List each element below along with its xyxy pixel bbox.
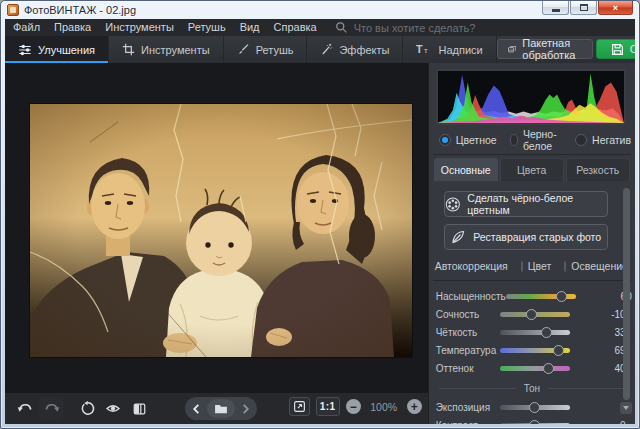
autocorrection-label: Автокоррекция	[435, 260, 508, 272]
menubar: Файл Правка Инструменты Ретушь Вид Справ…	[5, 19, 635, 36]
radio-icon	[510, 134, 518, 146]
fit-screen-icon	[293, 400, 306, 413]
sliders-icon	[18, 43, 32, 57]
tint-slider: Оттенок 40	[429, 359, 635, 377]
panel-tab-basic[interactable]: Основные	[434, 158, 498, 181]
undo-button[interactable]	[13, 398, 37, 420]
photos-stack-icon	[508, 43, 517, 56]
bottom-toolbar: 1:1 − 100% +	[5, 393, 428, 424]
color-checkbox-label: Цвет	[528, 260, 552, 272]
slider-label: Насыщенность	[436, 291, 506, 302]
next-photo-icon[interactable]	[241, 403, 250, 415]
magic-wand-icon	[320, 43, 333, 56]
right-panel: Цветное Черно-белое Негатив Основные Цве…	[428, 63, 635, 424]
undo-icon	[17, 402, 34, 416]
mode-negative-label: Негатив	[592, 134, 631, 146]
app-window: ФотоВИНТАЖ - 02.jpg × Файл Правка Инстру…	[0, 0, 640, 429]
window-title: ФотоВИНТАЖ - 02.jpg	[24, 4, 136, 16]
feather-icon	[450, 229, 466, 245]
slider-value: 0	[574, 402, 626, 413]
temperature-slider: Температура 69	[429, 341, 635, 359]
rotate-button[interactable]	[75, 398, 99, 420]
tab-retouch-label: Ретушь	[256, 44, 294, 56]
slider-thumb[interactable]	[529, 420, 540, 425]
exposure-slider: Экспозиция 0	[429, 398, 635, 416]
tab-improvements[interactable]: Улучшения	[5, 36, 109, 63]
zoom-level: 100%	[367, 401, 401, 413]
redo-button[interactable]	[39, 398, 63, 420]
slider-thumb[interactable]	[541, 327, 552, 338]
slider-thumb[interactable]	[556, 291, 567, 302]
menu-file[interactable]: Файл	[13, 19, 40, 36]
svg-text:T: T	[416, 43, 423, 55]
color-wheel-icon	[445, 196, 461, 213]
autocorrection-row: Автокоррекция Цвет Освещение	[435, 260, 635, 272]
before-after-button[interactable]	[127, 398, 151, 420]
actual-size-button[interactable]: 1:1	[316, 397, 340, 416]
maximize-button[interactable]	[570, 1, 597, 15]
panel-tab-colors[interactable]: Цвета	[500, 158, 564, 181]
slider-label: Контраст	[436, 420, 500, 425]
slider-label: Чёткость	[436, 327, 500, 338]
tab-effects-label: Эффекты	[339, 44, 389, 56]
preview-button[interactable]	[101, 398, 125, 420]
minimize-button[interactable]	[542, 1, 569, 15]
menu-tools[interactable]: Инструменты	[105, 19, 174, 36]
lighting-checkbox[interactable]	[564, 261, 566, 272]
slider-label: Сочность	[436, 309, 500, 320]
tab-tools[interactable]: Инструменты	[109, 36, 224, 63]
restoration-label: Реставрация старых фото	[473, 231, 601, 243]
rotate-icon	[80, 401, 95, 416]
scroll-down-button[interactable]	[620, 402, 632, 414]
search-field[interactable]: Что вы хотите сделать?	[335, 21, 476, 34]
panel-scrollbar[interactable]	[623, 188, 630, 400]
mode-negative[interactable]: Негатив	[575, 134, 631, 146]
panel-tab-sharpness[interactable]: Резкость	[566, 158, 630, 181]
save-button[interactable]: Сохранить	[596, 39, 635, 59]
redo-icon	[43, 402, 60, 416]
colorize-button[interactable]: Сделать чёрно-белое цветным	[444, 191, 608, 217]
photo-canvas-area[interactable]	[5, 63, 428, 393]
slider-thumb[interactable]	[529, 402, 540, 413]
color-checkbox[interactable]	[521, 261, 523, 272]
slider-track[interactable]	[500, 330, 570, 335]
brush-icon	[237, 43, 250, 56]
radio-icon	[575, 134, 587, 146]
colorize-label: Сделать чёрно-белое цветным	[467, 192, 606, 216]
fit-to-screen-button[interactable]	[289, 397, 310, 416]
restoration-button[interactable]: Реставрация старых фото	[444, 224, 608, 250]
slider-track[interactable]	[500, 366, 570, 371]
slider-label: Температура	[436, 345, 500, 356]
menu-edit[interactable]: Правка	[54, 19, 91, 36]
open-folder-button[interactable]	[207, 399, 235, 418]
photo	[30, 104, 412, 357]
titlebar[interactable]: ФотоВИНТАЖ - 02.jpg ×	[1, 1, 639, 19]
saturation-slider: Насыщенность 60	[429, 287, 635, 305]
menu-help[interactable]: Справка	[274, 19, 317, 36]
lighting-checkbox-label: Освещение	[571, 260, 628, 272]
mode-color-label: Цветное	[456, 134, 497, 146]
prev-photo-icon[interactable]	[192, 403, 201, 415]
vibrance-slider: Сочность -10	[429, 305, 635, 323]
mode-bw[interactable]: Черно-белое	[510, 128, 562, 152]
svg-text:т: т	[424, 46, 428, 55]
color-mode-row: Цветное Черно-белое Негатив	[439, 131, 631, 149]
tab-effects[interactable]: Эффекты	[307, 36, 403, 63]
search-icon	[335, 21, 348, 34]
slider-thumb[interactable]	[543, 363, 554, 374]
batch-processing-button[interactable]: Пакетная обработка	[497, 39, 593, 59]
zoom-out-button[interactable]: −	[346, 399, 361, 414]
main-tabbar: Улучшения Инструменты Ретушь	[5, 36, 635, 63]
save-label: Сохранить	[630, 43, 635, 55]
menu-view[interactable]: Вид	[240, 19, 260, 36]
slider-thumb[interactable]	[526, 309, 537, 320]
crop-icon	[122, 43, 135, 56]
zoom-in-button[interactable]: +	[407, 399, 422, 414]
slider-thumb[interactable]	[553, 345, 564, 356]
tab-retouch[interactable]: Ретушь	[224, 36, 308, 63]
menu-retouch[interactable]: Ретушь	[188, 19, 226, 36]
tab-captions[interactable]: T т Надписи	[403, 36, 496, 63]
close-button[interactable]: ×	[598, 1, 633, 15]
mode-color[interactable]: Цветное	[439, 134, 497, 146]
folder-icon	[214, 403, 228, 414]
